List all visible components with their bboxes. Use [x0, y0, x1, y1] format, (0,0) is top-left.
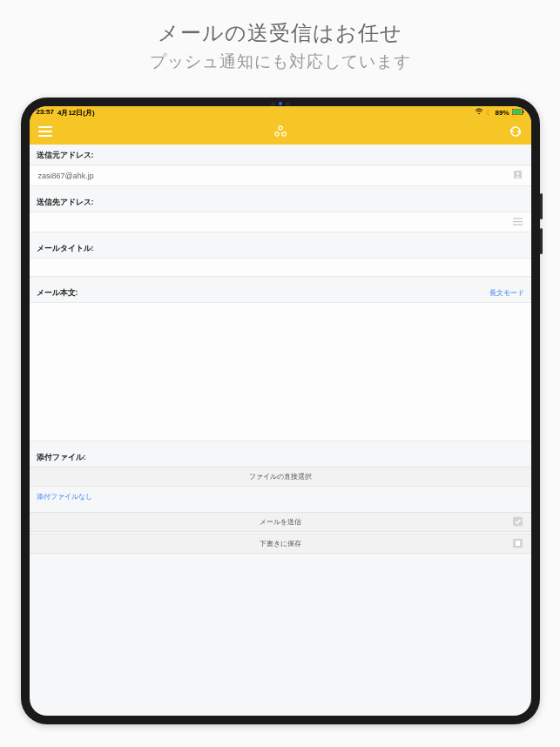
to-label: 送信先アドレス:	[30, 192, 531, 212]
long-mode-button[interactable]: 長文モード	[489, 288, 524, 298]
body-field[interactable]	[30, 302, 531, 441]
promo-title: メールの送受信はお任せ	[0, 19, 560, 47]
tablet-side-buttons	[540, 193, 543, 263]
from-input[interactable]	[38, 172, 513, 180]
menu-button[interactable]	[38, 126, 52, 137]
nav-bar	[30, 118, 531, 145]
status-time: 23:57	[37, 108, 54, 118]
select-file-button[interactable]: ファイルの直接選択	[30, 467, 531, 487]
svg-rect-3	[523, 111, 523, 113]
svg-rect-2	[513, 110, 522, 114]
to-field[interactable]	[30, 212, 531, 232]
svg-rect-12	[513, 516, 523, 526]
no-attachment-text: 添付ファイルなし	[30, 487, 531, 507]
attachment-label: 添付ファイル:	[30, 447, 531, 467]
svg-point-4	[278, 126, 281, 130]
contact-icon[interactable]	[513, 170, 523, 181]
screen: 23:57 4月12日(月) ☾ 89%	[30, 106, 531, 716]
save-draft-label: 下書きに保存	[260, 540, 301, 548]
subject-label: メールタイトル:	[30, 238, 531, 258]
list-icon[interactable]	[513, 217, 523, 227]
from-label: 送信元アドレス:	[30, 145, 531, 165]
send-button[interactable]: メールを送信	[30, 512, 531, 532]
svg-point-6	[281, 132, 285, 136]
wifi-icon	[475, 108, 483, 117]
status-bar: 23:57 4月12日(月) ☾ 89%	[30, 106, 531, 118]
select-file-label: ファイルの直接選択	[249, 473, 312, 481]
send-label: メールを送信	[260, 518, 301, 526]
status-date: 4月12日(月)	[57, 108, 95, 118]
moon-icon: ☾	[486, 109, 492, 117]
battery-icon	[512, 109, 524, 117]
battery-percent: 89%	[495, 109, 509, 117]
save-draft-button[interactable]: 下書きに保存	[30, 534, 531, 554]
save-icon	[513, 538, 523, 549]
refresh-button[interactable]	[509, 124, 523, 138]
svg-rect-14	[516, 541, 520, 546]
tablet-frame: 23:57 4月12日(月) ☾ 89%	[21, 98, 540, 724]
send-icon	[513, 516, 523, 528]
app-logo-icon	[273, 124, 287, 138]
to-input[interactable]	[38, 218, 513, 226]
compose-form: 送信元アドレス: 送信先アドレス: メールタイトル:	[30, 145, 531, 554]
from-field[interactable]	[30, 165, 531, 186]
promo-subtitle: プッシュ通知にも対応しています	[0, 50, 560, 73]
svg-point-5	[274, 132, 278, 136]
promo-header: メールの送受信はお任せ プッシュ通知にも対応しています	[0, 0, 560, 89]
svg-point-0	[479, 113, 481, 115]
body-textarea[interactable]	[30, 303, 531, 441]
body-label: メール本文:	[37, 287, 78, 299]
subject-field[interactable]	[30, 258, 531, 277]
svg-point-8	[516, 172, 519, 175]
subject-input[interactable]	[38, 263, 523, 272]
